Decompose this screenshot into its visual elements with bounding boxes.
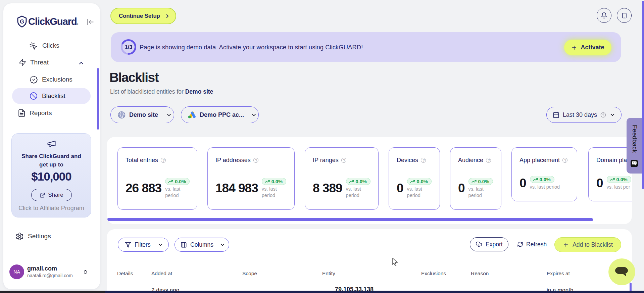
- svg-text:G: G: [20, 18, 24, 25]
- svg-text:1/3: 1/3: [125, 44, 132, 50]
